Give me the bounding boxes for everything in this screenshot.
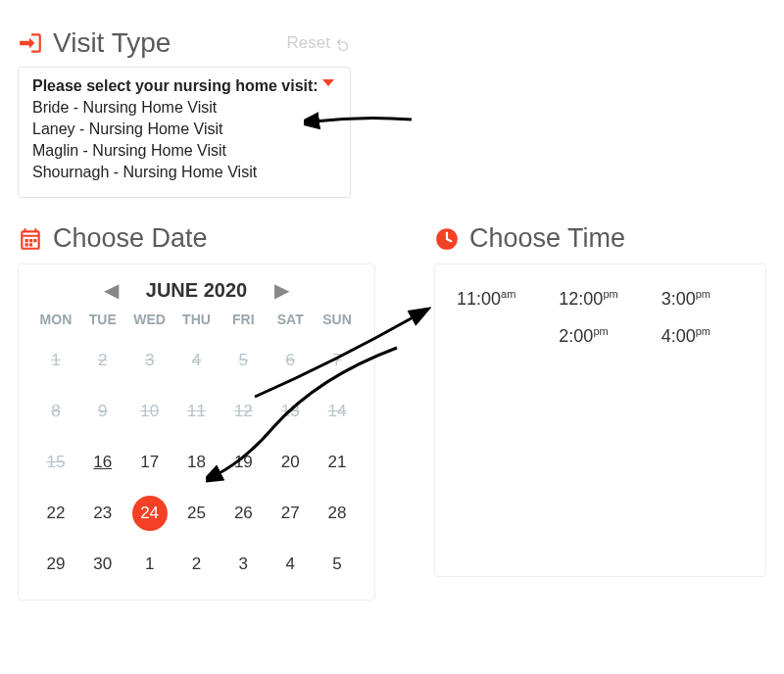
calendar-day[interactable]: 18 (173, 445, 220, 480)
calendar-day[interactable]: 17 (126, 445, 173, 480)
calendar-day[interactable]: 30 (79, 547, 126, 582)
calendar-day: 11 (173, 394, 220, 429)
time-slot[interactable]: 4:00pm (662, 325, 744, 347)
time-slot-empty (457, 325, 539, 347)
time-slot[interactable]: 2:00pm (559, 325, 641, 347)
visit-type-title: Visit Type (53, 27, 277, 59)
visit-type-option[interactable]: Laney - Nursing Home Visit (32, 119, 336, 140)
calendar-weekday: FRI (220, 312, 267, 327)
calendar-day: 6 (267, 343, 314, 378)
calendar-day[interactable]: 3 (220, 547, 267, 582)
calendar-day[interactable]: 4 (267, 547, 314, 582)
calendar-day: 3 (126, 343, 173, 378)
calendar-weekday: SAT (267, 312, 314, 327)
calendar-day[interactable]: 29 (32, 547, 79, 582)
time-slot[interactable]: 12:00pm (559, 288, 641, 310)
calendar-day[interactable]: 16 (79, 445, 126, 480)
visit-type-dropdown[interactable]: Please select your nursing home visit: B… (18, 67, 351, 198)
time-slot[interactable]: 3:00pm (662, 288, 744, 310)
visit-type-option[interactable]: Maglin - Nursing Home Visit (32, 140, 336, 162)
calendar-day: 13 (267, 394, 314, 429)
calendar-weekday: SUN (314, 312, 361, 327)
visit-type-option[interactable]: Bride - Nursing Home Visit (32, 97, 336, 119)
undo-icon (334, 35, 351, 52)
reset-button[interactable]: Reset (287, 33, 351, 53)
calendar-day: 2 (79, 343, 126, 378)
prev-month-button[interactable]: ◀ (104, 278, 119, 302)
calendar-day: 7 (314, 343, 361, 378)
calendar-day: 9 (79, 394, 126, 429)
choose-time-section: Choose Time 11:00am12:00pm3:00pm2:00pm4:… (434, 223, 766, 601)
calendar-day[interactable]: 21 (314, 445, 361, 480)
calendar-day: 1 (32, 343, 79, 378)
calendar-day[interactable]: 26 (220, 496, 267, 531)
calendar-day[interactable]: 28 (314, 496, 361, 531)
calendar-day[interactable]: 1 (126, 547, 173, 582)
calendar-day[interactable]: 2 (173, 547, 220, 582)
calendar-month: JUNE 2020 (146, 279, 247, 302)
calendar-day[interactable]: 27 (267, 496, 314, 531)
reset-label: Reset (287, 33, 330, 53)
next-month-button[interactable]: ▶ (274, 278, 289, 302)
caret-down-icon (322, 79, 334, 86)
dropdown-prompt: Please select your nursing home visit: (32, 77, 336, 95)
choose-time-title: Choose Time (469, 223, 625, 254)
time-panel: 11:00am12:00pm3:00pm2:00pm4:00pm (434, 264, 766, 577)
calendar-day[interactable]: 23 (79, 496, 126, 531)
calendar-day[interactable]: 20 (267, 445, 314, 480)
calendar-day[interactable]: 22 (32, 496, 79, 531)
login-icon (18, 30, 43, 56)
calendar: ◀ JUNE 2020 ▶ MONTUEWEDTHUFRISATSUN12345… (18, 264, 375, 601)
calendar-day: 5 (220, 343, 267, 378)
calendar-weekday: WED (126, 312, 173, 327)
calendar-day: 10 (126, 394, 173, 429)
calendar-weekday: THU (173, 312, 220, 327)
calendar-icon (18, 226, 43, 252)
calendar-day[interactable]: 19 (220, 445, 267, 480)
calendar-day[interactable]: 5 (314, 547, 361, 582)
choose-date-title: Choose Date (53, 223, 208, 254)
calendar-day: 12 (220, 394, 267, 429)
choose-date-section: Choose Date ◀ JUNE 2020 ▶ MONTUEWEDTHUFR… (18, 223, 375, 601)
calendar-day: 4 (173, 343, 220, 378)
calendar-day: 8 (32, 394, 79, 429)
calendar-day[interactable]: 24 (126, 496, 173, 531)
clock-icon (434, 226, 460, 252)
time-slot[interactable]: 11:00am (457, 288, 539, 310)
calendar-weekday: TUE (79, 312, 126, 327)
calendar-day: 14 (314, 394, 361, 429)
calendar-day: 15 (32, 445, 79, 480)
calendar-weekday: MON (32, 312, 79, 327)
visit-type-option[interactable]: Shournagh - Nursing Home Visit (32, 162, 336, 183)
calendar-day[interactable]: 25 (173, 496, 220, 531)
